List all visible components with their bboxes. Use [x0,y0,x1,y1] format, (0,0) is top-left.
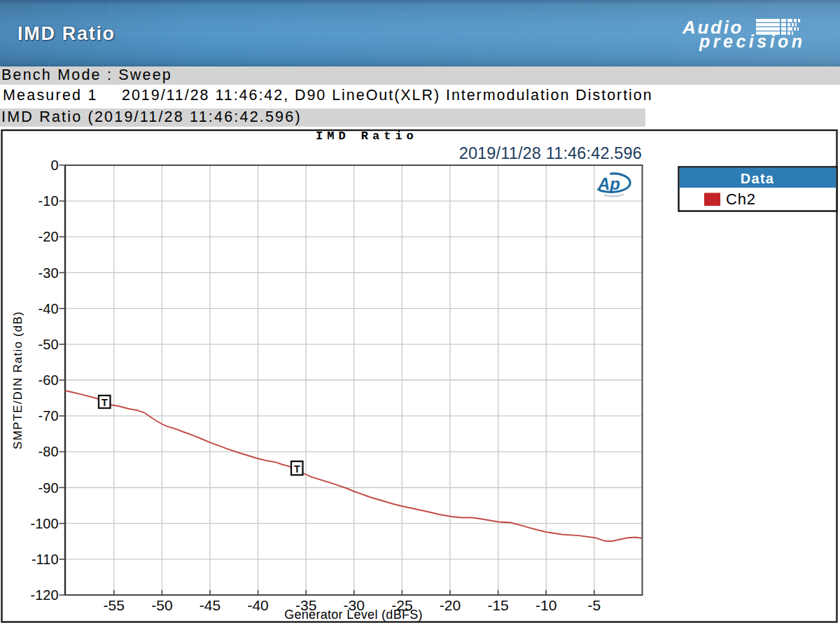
svg-text:-15: -15 [487,597,508,613]
svg-text:-50: -50 [38,337,59,352]
svg-text:Generator Level (dBFS): Generator Level (dBFS) [284,608,423,622]
svg-text:-40: -40 [38,301,59,316]
svg-text:-30: -30 [38,265,59,281]
svg-text:-40: -40 [247,597,268,613]
svg-text:-110: -110 [31,552,59,567]
svg-text:-70: -70 [38,408,59,424]
svg-text:-80: -80 [38,444,59,459]
svg-text:SMPTE/DIN Ratio (dB): SMPTE/DIN Ratio (dB) [11,311,24,449]
svg-text:T: T [294,463,300,475]
svg-text:-50: -50 [151,597,172,613]
svg-text:0: 0 [50,158,58,173]
svg-text:-20: -20 [440,597,461,613]
svg-text:-100: -100 [30,516,58,531]
svg-text:-45: -45 [200,597,220,613]
svg-text:-20: -20 [38,229,59,244]
svg-text:-120: -120 [30,587,58,603]
svg-text:-55: -55 [104,597,125,613]
svg-text:Data: Data [741,171,775,186]
svg-text:-10: -10 [38,193,59,209]
svg-text:Ch2: Ch2 [726,190,756,208]
svg-text:T: T [102,396,108,408]
svg-text:-5: -5 [587,597,601,613]
svg-text:-60: -60 [38,372,59,388]
svg-text:-90: -90 [38,480,59,496]
svg-text:IMD Ratio: IMD Ratio [316,130,418,143]
svg-text:2019/11/28 11:46:42.596: 2019/11/28 11:46:42.596 [459,144,642,162]
svg-text:-10: -10 [536,597,556,613]
